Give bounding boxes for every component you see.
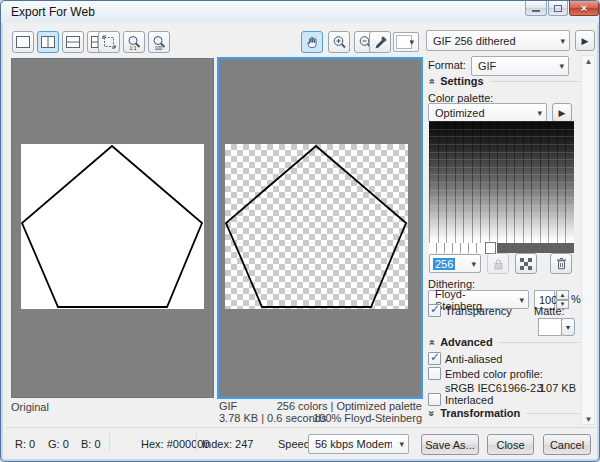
svg-text:1:1: 1:1 bbox=[129, 44, 136, 50]
color-palette-select[interactable]: Optimized bbox=[428, 103, 547, 122]
palette-swatch[interactable] bbox=[461, 243, 469, 253]
view-vertical-split-button[interactable] bbox=[37, 31, 59, 53]
status-separator bbox=[196, 433, 197, 451]
export-for-web-dialog: Export For Web × 1:1 100 bbox=[0, 0, 600, 462]
transformation-section-header[interactable]: Transformation bbox=[428, 407, 580, 419]
web-safe-color-button[interactable] bbox=[515, 253, 537, 274]
eyedropper-icon bbox=[373, 35, 388, 50]
window-title: Export For Web bbox=[11, 5, 95, 19]
transparency-label: Transparency bbox=[445, 305, 512, 317]
view-single-pane-button[interactable] bbox=[12, 31, 34, 53]
preset-select[interactable]: GIF 256 dithered bbox=[426, 30, 570, 51]
delete-color-button[interactable] bbox=[550, 253, 572, 274]
flyout-arrow-icon: ▶ bbox=[582, 36, 589, 46]
eyedropper-color-swatch[interactable] bbox=[393, 32, 419, 52]
scroll-up-icon[interactable]: ▲ bbox=[584, 57, 593, 66]
titlebar[interactable]: Export For Web bbox=[1, 1, 599, 23]
colors-count-select[interactable]: 256 bbox=[429, 254, 481, 273]
advanced-section-title: Advanced bbox=[440, 336, 493, 348]
current-color-swatch bbox=[396, 35, 412, 49]
matte-color-swatch[interactable] bbox=[538, 318, 562, 336]
zoom-100-icon: 100 bbox=[152, 35, 167, 50]
palette-swatch[interactable] bbox=[469, 243, 477, 253]
result-preview-pane[interactable] bbox=[217, 57, 423, 399]
zoom-to-fit-icon bbox=[102, 35, 116, 49]
section-rule bbox=[499, 342, 580, 343]
colors-count-value: 256 bbox=[433, 258, 455, 270]
interlaced-label: Interlaced bbox=[445, 394, 493, 406]
stepper-up-icon[interactable]: ▲ bbox=[556, 290, 569, 300]
original-label: Original bbox=[11, 401, 49, 413]
preset-flyout-button[interactable]: ▶ bbox=[575, 30, 595, 51]
zoom-in-button[interactable] bbox=[328, 31, 350, 53]
single-pane-icon bbox=[16, 36, 30, 48]
status-separator bbox=[109, 433, 110, 451]
vertical-split-icon bbox=[41, 36, 55, 48]
maximize-button[interactable] bbox=[548, 1, 568, 16]
lock-icon bbox=[493, 258, 504, 270]
pentagon-shape bbox=[21, 144, 204, 309]
cancel-label: Cancel bbox=[550, 439, 584, 451]
flyout-arrow-icon: ▶ bbox=[559, 108, 566, 118]
interlaced-checkbox[interactable] bbox=[428, 393, 441, 406]
zoom-in-icon bbox=[332, 35, 347, 50]
status-blue: B: 0 bbox=[81, 438, 101, 450]
section-rule bbox=[526, 413, 580, 414]
palette-swatch[interactable] bbox=[445, 243, 453, 253]
anti-aliased-checkbox[interactable] bbox=[428, 352, 441, 365]
pan-tool-button[interactable] bbox=[301, 31, 323, 53]
hand-icon bbox=[305, 35, 320, 50]
maximize-icon bbox=[554, 5, 562, 12]
statusbar-divider bbox=[6, 427, 596, 428]
palette-swatch[interactable] bbox=[429, 243, 437, 253]
section-rule bbox=[490, 81, 580, 82]
format-select[interactable]: GIF bbox=[471, 56, 569, 76]
format-value: GIF bbox=[478, 60, 496, 72]
close-dialog-button[interactable]: Close bbox=[487, 434, 534, 455]
palette-flyout-button[interactable]: ▶ bbox=[552, 103, 572, 122]
svg-text:100: 100 bbox=[154, 45, 162, 50]
color-profile-size: 3.07 KB bbox=[446, 382, 576, 394]
embed-color-profile-label: Embed color profile: bbox=[445, 368, 543, 380]
collapse-chevron-icon bbox=[428, 337, 434, 348]
format-label: Format: bbox=[428, 59, 466, 71]
palette-swatch[interactable] bbox=[453, 243, 461, 253]
status-green: G: 0 bbox=[48, 438, 69, 450]
minimize-icon bbox=[532, 10, 540, 12]
transparency-checkbox[interactable] bbox=[428, 304, 441, 317]
palette-swatch[interactable] bbox=[477, 243, 485, 253]
percent-label: % bbox=[571, 293, 581, 305]
collapse-chevron-icon bbox=[428, 76, 434, 87]
matte-dropdown-button[interactable]: ▾ bbox=[561, 318, 575, 336]
cancel-button[interactable]: Cancel bbox=[543, 434, 591, 455]
original-preview-pane[interactable] bbox=[11, 58, 214, 398]
embed-color-profile-checkbox[interactable] bbox=[428, 367, 441, 380]
zoom-to-fit-button[interactable] bbox=[98, 31, 120, 53]
view-horizontal-split-button[interactable] bbox=[62, 31, 84, 53]
color-palette-last-row[interactable] bbox=[429, 243, 574, 253]
expand-chevron-icon bbox=[428, 408, 434, 419]
zoom-100-button[interactable]: 100 bbox=[148, 31, 170, 53]
zoom-1to1-button[interactable]: 1:1 bbox=[123, 31, 145, 53]
save-as-label: Save As... bbox=[425, 439, 475, 451]
result-image-transparent bbox=[225, 144, 408, 309]
status-hex: Hex: #000000 bbox=[141, 438, 210, 450]
palette-swatch[interactable] bbox=[437, 243, 445, 253]
preset-value: GIF 256 dithered bbox=[433, 35, 516, 47]
lock-color-button[interactable] bbox=[487, 253, 509, 274]
settings-section-header[interactable]: Settings bbox=[428, 75, 580, 87]
horizontal-split-icon bbox=[66, 36, 80, 48]
close-button[interactable]: × bbox=[569, 1, 599, 16]
status-index: Index: 247 bbox=[202, 438, 253, 450]
speed-select[interactable]: 56 kbps Modem/ISDN bbox=[308, 434, 409, 454]
minimize-button[interactable] bbox=[525, 1, 547, 16]
color-palette-grid[interactable] bbox=[429, 121, 574, 243]
eyedropper-tool-button[interactable] bbox=[369, 31, 391, 53]
settings-scrollbar[interactable] bbox=[581, 55, 595, 425]
status-red: R: 0 bbox=[15, 438, 35, 450]
advanced-section-header[interactable]: Advanced bbox=[428, 336, 580, 348]
pentagon-shape bbox=[225, 144, 408, 309]
save-as-button[interactable]: Save As... bbox=[421, 434, 479, 455]
chevron-down-icon: ▾ bbox=[566, 323, 570, 332]
scroll-down-icon[interactable]: ▼ bbox=[584, 415, 593, 424]
